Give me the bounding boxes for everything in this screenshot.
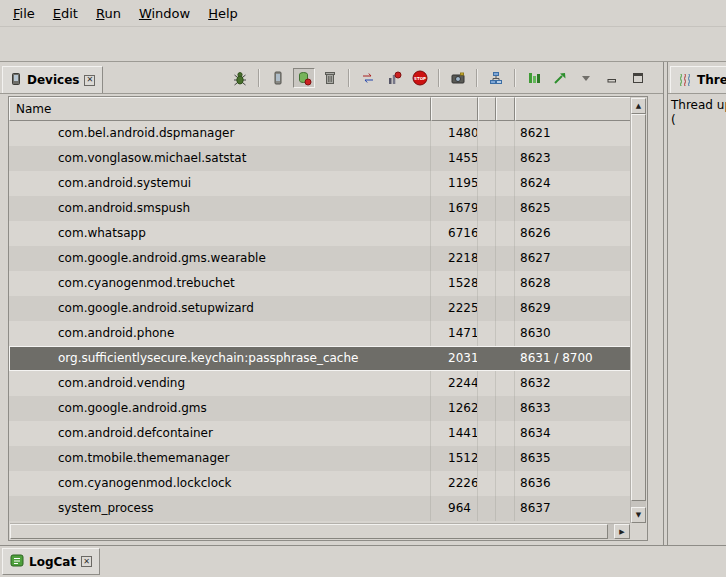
- cell-name: com.vonglasow.michael.satstat: [9, 146, 431, 171]
- table-row[interactable]: com.android.defcontainer 14411 8634: [9, 421, 631, 446]
- table-row[interactable]: com.cyanogenmod.trebuchet 1528 8628: [9, 271, 631, 296]
- cell-pid: 20311: [431, 346, 478, 371]
- cell-blank-1: [478, 471, 496, 496]
- horizontal-scrollbar[interactable]: [10, 523, 630, 539]
- cell-name: com.android.systemui: [9, 171, 431, 196]
- table-row[interactable]: system_process 964 8637: [9, 496, 631, 521]
- cell-blank-2: [496, 221, 515, 246]
- menu-help[interactable]: Help: [199, 3, 247, 24]
- cell-blank-2: [496, 471, 515, 496]
- hierarchy-view-icon[interactable]: [485, 68, 507, 88]
- table-row[interactable]: com.google.android.setupwizard 22250 862…: [9, 296, 631, 321]
- logcat-tab-label: LogCat: [29, 555, 76, 569]
- threads-panel: Threads Thread up (: [667, 62, 726, 545]
- main-toolbar: [0, 27, 726, 62]
- table-row[interactable]: com.cyanogenmod.lockclock 22265 8636: [9, 471, 631, 496]
- cell-blank-1: [478, 121, 496, 146]
- table-row[interactable]: com.android.systemui 1195 8624: [9, 171, 631, 196]
- cell-port: 8630: [515, 321, 631, 346]
- table-row[interactable]: com.google.android.gms.wearable 22185 86…: [9, 246, 631, 271]
- scroll-right-icon[interactable]: [614, 524, 630, 539]
- table-row[interactable]: com.android.smspush 1679 8625: [9, 196, 631, 221]
- cell-blank-2: [496, 396, 515, 421]
- close-icon[interactable]: [84, 75, 95, 86]
- update-heap-toggled-icon[interactable]: [293, 68, 315, 88]
- cell-port: 8633: [515, 396, 631, 421]
- cell-blank-2: [496, 171, 515, 196]
- column-header-port[interactable]: [515, 97, 631, 121]
- cell-blank-2: [496, 196, 515, 221]
- cell-blank-1: [478, 346, 496, 371]
- cell-pid: 22440: [431, 371, 478, 396]
- tab-threads[interactable]: Threads: [670, 66, 726, 93]
- cell-name: com.android.defcontainer: [9, 421, 431, 446]
- svg-text:STOP: STOP: [414, 76, 426, 81]
- scroll-up-icon[interactable]: [631, 98, 646, 114]
- menu-file[interactable]: File: [4, 3, 44, 24]
- cell-name: com.cyanogenmod.lockclock: [9, 471, 431, 496]
- column-header-blank-1[interactable]: [478, 97, 496, 121]
- cell-blank-1: [478, 146, 496, 171]
- debug-attach-icon[interactable]: [229, 68, 251, 88]
- cell-pid: 1480: [431, 121, 478, 146]
- garbage-collect-icon[interactable]: [319, 68, 341, 88]
- cell-port: 8624: [515, 171, 631, 196]
- menu-window[interactable]: Window: [130, 3, 199, 24]
- table-row[interactable]: com.bel.android.dspmanager 1480 8621: [9, 121, 631, 146]
- menu-run[interactable]: Run: [87, 3, 130, 24]
- view-menu-icon[interactable]: [575, 68, 597, 88]
- cell-port: 8628: [515, 271, 631, 296]
- cell-blank-2: [496, 146, 515, 171]
- toolbar-separator: [438, 69, 440, 87]
- cell-blank-1: [478, 371, 496, 396]
- table-row[interactable]: com.google.android.gms 12623 8633: [9, 396, 631, 421]
- table-row[interactable]: com.android.vending 22440 8632: [9, 371, 631, 396]
- cell-blank-2: [496, 421, 515, 446]
- horizontal-scrollbar-thumb[interactable]: [10, 524, 608, 539]
- cell-blank-2: [496, 121, 515, 146]
- systrace-icon[interactable]: [523, 68, 545, 88]
- screen-capture-icon[interactable]: [447, 68, 469, 88]
- cell-pid: 1679: [431, 196, 478, 221]
- method-profiling-icon[interactable]: [383, 68, 405, 88]
- table-row[interactable]: org.sufficientlysecure.keychain:passphra…: [9, 346, 631, 371]
- threads-panel-header: Threads: [668, 62, 726, 94]
- cell-name: com.android.vending: [9, 371, 431, 396]
- threads-tab-label: Threads: [697, 73, 726, 87]
- cell-blank-1: [478, 196, 496, 221]
- table-row[interactable]: com.whatsapp 6716 8626: [9, 221, 631, 246]
- column-header-pid[interactable]: [431, 97, 478, 121]
- table-row[interactable]: com.vonglasow.michael.satstat 14553 8623: [9, 146, 631, 171]
- column-header-name[interactable]: Name: [9, 97, 431, 121]
- vertical-scrollbar-thumb[interactable]: [631, 114, 646, 501]
- scroll-down-icon[interactable]: [631, 507, 646, 523]
- maximize-view-icon[interactable]: [627, 68, 649, 88]
- tab-devices[interactable]: Devices: [2, 66, 103, 93]
- threads-message-line1: Thread up: [671, 98, 726, 113]
- cell-name: com.google.android.gms.wearable: [9, 246, 431, 271]
- cell-blank-1: [478, 496, 496, 521]
- device-tab-icon: [10, 72, 22, 89]
- tab-logcat[interactable]: LogCat: [2, 548, 100, 575]
- minimize-view-icon[interactable]: [601, 68, 623, 88]
- cell-pid: 964: [431, 496, 478, 521]
- opengl-trace-icon[interactable]: [549, 68, 571, 88]
- cell-pid: 22265: [431, 471, 478, 496]
- table-row[interactable]: com.tmobile.thememanager 1512 8635: [9, 446, 631, 471]
- cell-pid: 14411: [431, 421, 478, 446]
- cell-name: com.cyanogenmod.trebuchet: [9, 271, 431, 296]
- cell-blank-2: [496, 321, 515, 346]
- threads-tab-icon: [678, 72, 692, 89]
- toolbar-separator: [258, 69, 260, 87]
- update-heap-device-icon[interactable]: [267, 68, 289, 88]
- stop-process-icon[interactable]: STOP: [409, 68, 431, 88]
- update-threads-icon[interactable]: [357, 68, 379, 88]
- close-icon[interactable]: [81, 556, 92, 567]
- table-row[interactable]: com.android.phone 1471 8630: [9, 321, 631, 346]
- vertical-scrollbar[interactable]: [630, 98, 646, 523]
- cell-pid: 22185: [431, 246, 478, 271]
- column-header-blank-2[interactable]: [496, 97, 515, 121]
- menu-edit[interactable]: Edit: [44, 3, 87, 24]
- toolbar-separator: [476, 69, 478, 87]
- threads-message-line2: (: [671, 113, 726, 128]
